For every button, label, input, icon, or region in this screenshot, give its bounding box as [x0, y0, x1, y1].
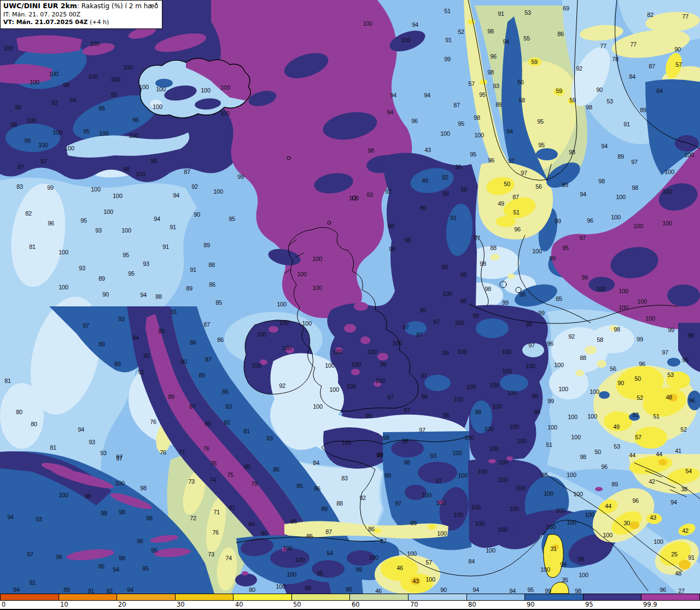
map-value-label: 25 — [671, 551, 678, 557]
map-value-label: 85 — [556, 295, 562, 302]
map-value-label: 96 — [56, 554, 62, 560]
map-value-label: 91 — [190, 266, 196, 273]
map-value-label: 90 — [674, 46, 681, 53]
map-value-label: 98 — [569, 149, 575, 155]
map-value-label: 100 — [277, 301, 286, 307]
map-value-label: 100 — [489, 382, 499, 388]
map-value-label: 100 — [619, 288, 628, 294]
map-value-label: 99 — [444, 56, 451, 62]
map-value-label: 73 — [208, 551, 214, 557]
map-value-label: 96 — [587, 217, 593, 224]
colorbar-segment — [408, 594, 466, 600]
title-box: UWC/DINI EUR 2km: Rakastig (%) í 2 m hæð… — [0, 0, 162, 29]
map-value-label: 95 — [562, 245, 569, 251]
map-value-label: 92 — [632, 411, 639, 418]
map-value-label: 89 — [98, 341, 105, 347]
map-value-label: 94 — [503, 38, 509, 45]
map-value-label: 97 — [508, 158, 515, 164]
map-value-label: 99 — [384, 472, 391, 479]
map-value-label: 48 — [666, 394, 672, 400]
map-value-label: 97 — [421, 373, 427, 379]
map-value-label: 50 — [594, 449, 601, 455]
map-value-label: 93 — [493, 83, 499, 89]
map-value-label: 100 — [471, 504, 480, 510]
map-value-label: 92 — [442, 174, 448, 181]
map-value-label: 88 — [490, 245, 497, 251]
map-value-label: 100 — [59, 249, 68, 255]
map-value-label: 100 — [276, 583, 285, 590]
model-name: UWC/DINI EUR 2km — [3, 2, 77, 10]
map-value-label: 89 — [114, 361, 121, 367]
map-value-label: 100 — [136, 171, 145, 177]
map-value-label: 100 — [457, 348, 466, 355]
map-value-label: 96 — [632, 497, 639, 504]
map-value-label: 100 — [312, 255, 322, 262]
map-value-label: 76 — [160, 449, 166, 456]
map-value-label: 94 — [390, 92, 396, 98]
map-value-label: 97 — [387, 394, 394, 400]
map-value-label: 46 — [396, 565, 403, 571]
map-value-label: 86 — [306, 533, 313, 539]
map-value-label: 100 — [3, 45, 13, 51]
map-value-label: 100 — [332, 348, 342, 355]
map-value-label: 98 — [388, 223, 394, 229]
map-value-label: 59 — [556, 88, 562, 94]
map-value-label: 94 — [113, 566, 119, 573]
map-value-label: 50 — [634, 375, 641, 382]
map-value-label: 89 — [640, 107, 646, 113]
map-value-label: 98 — [368, 147, 374, 154]
map-value-label: 100 — [507, 390, 516, 396]
map-value-label: 99 — [547, 398, 554, 404]
map-value-label: 100 — [325, 362, 334, 369]
map-value-label: 100 — [633, 223, 643, 229]
map-value-label: 97 — [27, 551, 33, 557]
map-value-label: 98 — [146, 515, 153, 521]
colorbar-tick-label: 99.9 — [641, 601, 657, 608]
map-value-label: 100 — [547, 424, 557, 431]
map-value-label: 98 — [119, 509, 125, 515]
map-value-label: 90 — [596, 86, 603, 93]
map-value-label: 52 — [680, 426, 687, 433]
colorbar-tick-label: 30 — [175, 601, 185, 608]
map-value-label: 83 — [341, 475, 348, 481]
map-value-label: 89 — [611, 481, 618, 487]
map-value-label: 58 — [518, 97, 525, 103]
map-value-label: 80 — [205, 421, 211, 427]
map-value-label: 100 — [664, 169, 674, 175]
map-value-label: 76 — [203, 445, 209, 452]
map-value-label: 98 — [119, 555, 125, 561]
map-value-label: 69 — [563, 5, 569, 11]
map-value-label: 91 — [138, 369, 144, 375]
map-value-label: 91 — [498, 10, 504, 17]
map-value-label: 92 — [191, 183, 198, 190]
map-value-label: 87 — [203, 321, 210, 328]
map-value-label: 100 — [466, 384, 475, 390]
map-value-label: 100 — [220, 110, 229, 117]
map-value-label: 96 — [48, 220, 54, 226]
map-value-label: 100 — [616, 194, 625, 200]
map-value-label: 100 — [654, 538, 663, 545]
map-value-label: 99 — [532, 393, 538, 399]
map-value-label: 53 — [524, 9, 531, 16]
map-value-label: 99 — [47, 184, 54, 191]
map-value-label: 91 — [688, 554, 695, 561]
map-value-label: 100 — [123, 64, 132, 71]
map-value-label: 100 — [645, 315, 655, 322]
map-value-label: 84 — [248, 521, 255, 527]
map-value-label: 100 — [442, 291, 452, 297]
map-value-label: 100 — [474, 132, 483, 138]
map-value-label: 89 — [98, 275, 105, 282]
map-value-label: 100 — [313, 403, 322, 410]
map-value-label: 100 — [279, 319, 288, 326]
colorbar-segment — [466, 594, 525, 600]
map-value-label: 44 — [605, 503, 611, 509]
map-value-label: 100 — [579, 572, 588, 578]
map-value-label: 82 — [25, 210, 32, 217]
map-value-label: 96 — [490, 53, 497, 60]
map-value-label: 52 — [637, 394, 643, 401]
map-value-label: 96 — [660, 586, 666, 593]
map-value-label: 96 — [137, 538, 143, 544]
map-value-label: 98 — [487, 69, 494, 75]
map-value-label: 86 — [368, 526, 375, 532]
map-value-label: 100 — [526, 363, 535, 369]
